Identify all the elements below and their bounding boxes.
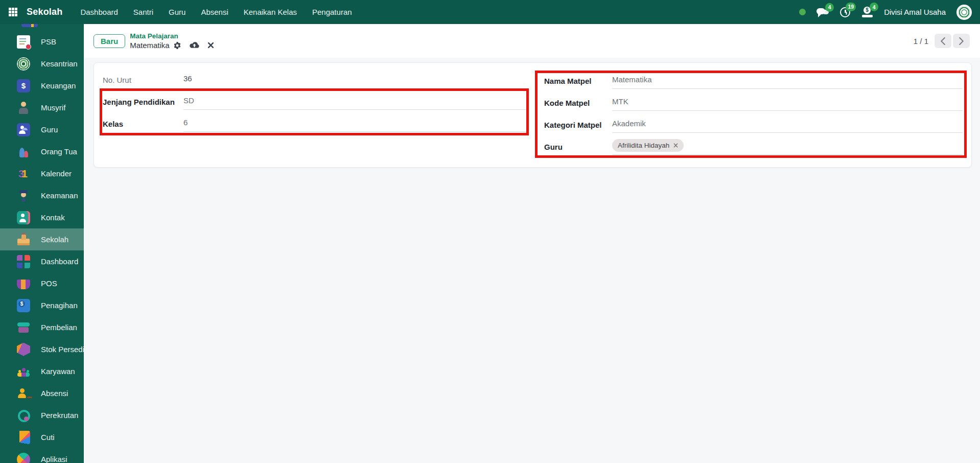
jenjang-pendidikan-input[interactable]: SD bbox=[183, 91, 528, 110]
purchase-icon bbox=[17, 321, 30, 334]
field-label: Kelas bbox=[103, 113, 183, 135]
field-label: Kategori Matpel bbox=[544, 114, 612, 136]
nama-matpel-input[interactable]: Matematika bbox=[612, 70, 963, 89]
field-label: No. Urut bbox=[103, 69, 183, 91]
pager-count: 1 / 1 bbox=[914, 37, 928, 45]
kode-matpel-input[interactable]: MTK bbox=[612, 92, 963, 111]
sidebar-item-penagihan[interactable]: Penagihan bbox=[0, 294, 84, 316]
sidebar-item-partial bbox=[21, 24, 38, 27]
apps-menu-button[interactable] bbox=[0, 0, 26, 24]
sidebar-item-guru[interactable]: Guru bbox=[0, 119, 84, 141]
top-navbar: Sekolah Dashboard Santri Guru Absensi Ke… bbox=[0, 0, 980, 24]
sidebar-item-kesantrian[interactable]: Kesantrian bbox=[0, 53, 84, 75]
kategori-matpel-input[interactable]: Akademik bbox=[612, 114, 963, 133]
menu-guru[interactable]: Guru bbox=[161, 0, 193, 24]
sidebar-item-perekrutan[interactable]: Perekrutan bbox=[0, 404, 84, 426]
field-row-no-urut: No. Urut 36 bbox=[103, 69, 528, 91]
kelas-input[interactable]: 6 bbox=[183, 113, 528, 132]
topbar-right-cluster: 4 19 4 Divisi Amal Usaha bbox=[799, 5, 980, 20]
parents-icon bbox=[17, 145, 30, 158]
sidebar-items-list: PSB Kesantrian Keuangan Musyrif Guru Ora… bbox=[0, 31, 84, 463]
sidebar-item-label: Cuti bbox=[41, 433, 55, 442]
sidebar-item-label: Guru bbox=[41, 125, 58, 134]
sidebar-item-label: Perekrutan bbox=[41, 411, 78, 420]
tag-remove-icon[interactable] bbox=[673, 143, 678, 148]
guru-tags-input[interactable]: Afrilidita Hidayah bbox=[612, 136, 963, 155]
inventory-box-icon bbox=[17, 343, 30, 356]
sidebar-item-dashboard[interactable]: Dashboard bbox=[0, 250, 84, 272]
activities-button[interactable]: 19 bbox=[839, 7, 851, 18]
sidebar-item-label: Keamanan bbox=[41, 191, 78, 200]
menu-kenaikan-kelas[interactable]: Kenaikan Kelas bbox=[236, 0, 305, 24]
new-record-button[interactable]: Baru bbox=[94, 34, 125, 48]
pager-next-button[interactable] bbox=[953, 34, 970, 48]
sidebar-item-keuangan[interactable]: Keuangan bbox=[0, 75, 84, 97]
sidebar-item-absensi[interactable]: Absensi bbox=[0, 382, 84, 404]
recruitment-icon bbox=[17, 409, 30, 422]
user-avatar[interactable] bbox=[956, 5, 972, 20]
psb-document-icon bbox=[17, 35, 30, 49]
user-menu[interactable]: Divisi Amal Usaha bbox=[884, 8, 946, 16]
attendance-icon bbox=[17, 387, 30, 400]
gear-actions-icon[interactable] bbox=[173, 41, 181, 50]
form-left-column: No. Urut 36 Jenjang Pendidikan SD Kelas … bbox=[103, 69, 528, 135]
field-label: Jenjang Pendidikan bbox=[103, 91, 183, 113]
field-label: Nama Matpel bbox=[544, 70, 612, 92]
sidebar-item-pos[interactable]: POS bbox=[0, 272, 84, 294]
field-row-jenjang-pendidikan: Jenjang Pendidikan SD bbox=[103, 91, 528, 113]
sidebar-item-label: PSB bbox=[41, 37, 56, 46]
sidebar-item-karyawan[interactable]: Karyawan bbox=[0, 360, 84, 382]
pos-awning-icon bbox=[17, 280, 30, 289]
sidebar-item-label: POS bbox=[41, 279, 57, 288]
kesantrian-logo-icon bbox=[17, 57, 30, 71]
menu-pengaturan[interactable]: Pengaturan bbox=[305, 0, 360, 24]
sidebar-item-label: Pembelian bbox=[41, 323, 77, 332]
pager-previous-button[interactable] bbox=[935, 34, 951, 48]
chevron-left-icon bbox=[940, 37, 946, 45]
sidebar-item-cuti[interactable]: Cuti bbox=[0, 426, 84, 448]
apps-sidebar: PSB Kesantrian Keuangan Musyrif Guru Ora… bbox=[0, 24, 84, 463]
sidebar-item-label: Kontak bbox=[41, 213, 65, 222]
record-sheet: No. Urut 36 Jenjang Pendidikan SD Kelas … bbox=[94, 62, 972, 168]
sidebar-item-label: Keuangan bbox=[41, 81, 76, 90]
field-row-nama-matpel: Nama Matpel Matematika bbox=[544, 70, 963, 92]
sidebar-item-stok-persediaan[interactable]: Stok Persediaan bbox=[0, 338, 84, 360]
sidebar-item-label: Aplikasi bbox=[41, 455, 67, 463]
sidebar-item-label: Kesantrian bbox=[41, 59, 78, 68]
field-row-guru: Guru Afrilidita Hidayah bbox=[544, 136, 963, 158]
sidebar-item-kalender[interactable]: Kalender bbox=[0, 163, 84, 184]
save-cloud-upload-icon[interactable] bbox=[189, 41, 200, 49]
sidebar-item-musyrif[interactable]: Musyrif bbox=[0, 97, 84, 119]
guru-tag: Afrilidita Hidayah bbox=[612, 139, 684, 152]
apps-circle-icon bbox=[14, 450, 33, 463]
breadcrumb-parent-link[interactable]: Mata Pelajaran bbox=[130, 32, 214, 40]
control-panel: Baru Mata Pelajaran Matematika 1 / 1 bbox=[84, 24, 980, 58]
menu-santri[interactable]: Santri bbox=[126, 0, 161, 24]
sidebar-item-keamanan[interactable]: Keamanan bbox=[0, 184, 84, 206]
security-guard-icon bbox=[17, 189, 30, 202]
app-window: Sekolah Dashboard Santri Guru Absensi Ke… bbox=[0, 0, 980, 463]
sidebar-item-pembelian[interactable]: Pembelian bbox=[0, 316, 84, 338]
sidebar-item-label: Sekolah bbox=[41, 235, 68, 244]
sidebar-item-psb[interactable]: PSB bbox=[0, 31, 84, 53]
sidebar-item-label: Dashboard bbox=[41, 257, 78, 266]
sidebar-item-orang-tua[interactable]: Orang Tua bbox=[0, 141, 84, 163]
sidebar-item-kontak[interactable]: Kontak bbox=[0, 206, 84, 228]
sidebar-item-label: Musyrif bbox=[41, 103, 65, 112]
contacts-icon bbox=[17, 211, 30, 224]
time-off-fan-icon bbox=[17, 431, 30, 444]
current-app-name[interactable]: Sekolah bbox=[27, 7, 62, 17]
form-view: No. Urut 36 Jenjang Pendidikan SD Kelas … bbox=[84, 58, 980, 463]
sidebar-item-sekolah[interactable]: Sekolah bbox=[0, 228, 84, 250]
requests-badge: 4 bbox=[870, 3, 878, 11]
record-pager: 1 / 1 bbox=[914, 34, 970, 48]
requests-button[interactable]: 4 bbox=[861, 7, 873, 17]
sidebar-item-label: Kalender bbox=[41, 169, 72, 178]
sidebar-item-aplikasi[interactable]: Aplikasi bbox=[0, 448, 84, 463]
no-urut-value[interactable]: 36 bbox=[183, 69, 528, 88]
dashboard-tiles-icon bbox=[17, 255, 30, 268]
discard-x-icon[interactable] bbox=[207, 42, 214, 49]
messages-button[interactable]: 4 bbox=[816, 7, 829, 17]
menu-absensi[interactable]: Absensi bbox=[193, 0, 236, 24]
menu-dashboard[interactable]: Dashboard bbox=[73, 0, 125, 24]
